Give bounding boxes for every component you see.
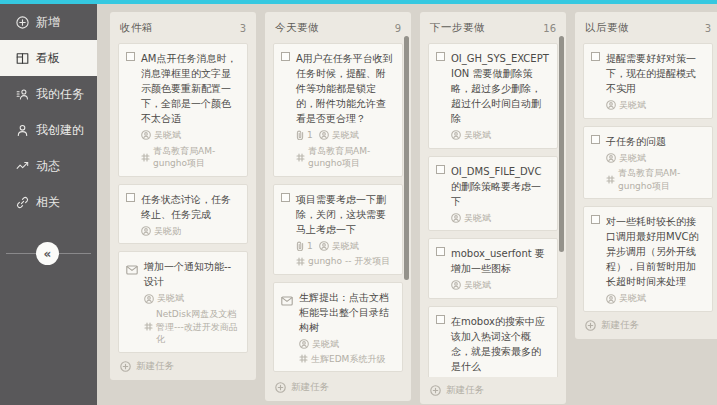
task-meta-row: gungho -- 开发项目 [296,255,395,268]
new-task-button[interactable]: 新建任务 [118,353,248,374]
project-tag: 青岛教育局AM-gungho项目 [308,145,395,170]
sidebar-item-my-tasks[interactable]: 我的任务 [0,76,97,112]
task-title: 生辉提出：点击文档柜能导出整个目录结构树 [299,290,395,335]
column-scrollbar[interactable] [404,36,409,280]
task-card[interactable]: mobox_userfont 要增加一些图标吴晓斌 [428,238,558,299]
tag-icon [296,153,305,162]
column-title: 下一步要做 [430,21,485,35]
assignee: 吴晓斌 [154,129,181,142]
task-checkbox[interactable] [126,51,135,170]
person-icon [16,124,29,137]
sidebar-item-activity[interactable]: 动态 [0,148,97,184]
new-task-label: 新建任务 [291,381,329,394]
column-task-count: 3 [705,23,711,34]
sidebar-item-label: 我的任务 [36,86,84,103]
task-card[interactable]: OI_GH_SYS_EXCEPTION 需要做删除策略，超过多少删除，超过什么时… [428,43,558,149]
project-tag: NetDisk网盘及文档管理---改进开发商品化 [156,308,240,346]
assignee: 吴晓斌 [619,99,646,112]
assignee: 吴晓斌 [464,129,491,142]
task-meta-row: 青岛教育局AM-gungho项目 [141,145,240,170]
task-meta-row: 吴晓勋 [141,225,240,238]
assignee: 吴晓斌 [464,279,491,292]
tag-icon [144,322,153,331]
task-card[interactable]: OI_DMS_FILE_DVC 的删除策略要考虑一下吴晓斌 [428,156,558,232]
task-card[interactable]: 在mobox的搜索中应该加入热词这个概念，就是搜索最多的是什么吴晓斌 [428,306,558,377]
column-title: 今天要做 [275,21,319,35]
task-checkbox[interactable] [436,314,445,377]
task-checkbox[interactable] [436,51,445,142]
project-tag: 青岛教育局AM-gungho项目 [618,167,705,192]
task-meta-row: NetDisk网盘及文档管理---改进开发商品化 [144,308,240,346]
kanban-board: 收件箱3AM点开任务消息时，消息弹框里的文字显示颜色要重新配置一下，全部是一个颜… [97,4,717,405]
link-icon [16,196,29,209]
task-checkbox[interactable] [591,51,600,112]
envelope-icon [126,259,138,345]
column-title: 以后要做 [585,21,629,35]
task-meta-row: 吴晓斌 [144,292,240,305]
task-title: 增加一个通知功能--设计 [144,259,240,289]
task-meta-row: 吴晓斌 [606,292,705,305]
task-checkbox[interactable] [126,192,135,238]
task-checkbox[interactable] [591,214,600,305]
task-title: OI_GH_SYS_EXCEPTION 需要做删除策略，超过多少删除，超过什么时… [451,51,550,126]
task-meta-row: 吴晓斌 [451,129,550,142]
person-small-icon [319,241,329,251]
task-title: AM点开任务消息时，消息弹框里的文字显示颜色要重新配置一下，全部是一个颜色不太合… [141,51,240,126]
task-card[interactable]: 对一些耗时较长的接口调用最好用MVC的异步调用（另外开线程），目前暂时用加长超时… [583,206,713,312]
task-meta-row: 吴晓斌生辉EDM系统升级 [299,338,395,365]
task-checkbox[interactable] [436,246,445,292]
collapse-toggle-button[interactable]: « [36,242,59,265]
sidebar-item-related[interactable]: 相关 [0,184,97,220]
sidebar-item-created[interactable]: 我创建的 [0,112,97,148]
attachment-count: 1 [307,240,313,253]
sidebar-item-new[interactable]: 新增 [0,4,97,40]
task-checkbox[interactable] [436,164,445,225]
sidebar-item-label: 看板 [36,50,60,67]
task-meta-row: 吴晓斌 [451,279,550,292]
assignee: 吴晓斌 [619,292,646,305]
task-meta-row: 吴晓斌 [606,152,705,165]
task-card[interactable]: AM点开任务消息时，消息弹框里的文字显示颜色要重新配置一下，全部是一个颜色不太合… [118,43,248,177]
task-meta-row: 青岛教育局AM-gungho项目 [296,145,395,170]
person-small-icon [451,280,461,290]
new-task-button[interactable]: 新建任务 [583,312,713,333]
card-list: AM点开任务消息时，消息弹框里的文字显示颜色要重新配置一下，全部是一个颜色不太合… [118,43,248,353]
column-header: 下一步要做16 [428,19,558,43]
assignee: 吴晓斌 [157,292,184,305]
assignee: 吴晓斌 [312,338,339,351]
sidebar-item-label: 新增 [36,14,60,31]
activity-icon [16,160,29,173]
column-scrollbar[interactable] [559,36,564,252]
sidebar-item-label: 相关 [36,194,60,211]
task-card[interactable]: 增加一个通知功能--设计吴晓斌NetDisk网盘及文档管理---改进开发商品化 [118,251,248,352]
column-task-count: 9 [395,23,401,34]
task-card[interactable]: A用户在任务平台收到任务时候，提醒、附件等功能都是锁定的，附件功能允许查看是否更… [273,43,403,177]
tag-icon [141,153,150,162]
task-card[interactable]: 提醒需要好好对策一下，现在的提醒模式不实用吴晓斌 [583,43,713,119]
tag-icon [299,354,308,363]
task-meta-row: 1吴晓斌 [296,129,395,142]
person-small-icon [144,294,154,304]
plus-circle-icon [120,361,131,372]
assignee: 吴晓勋 [154,225,181,238]
card-list: A用户在任务平台收到任务时候，提醒、附件等功能都是锁定的，附件功能允许查看是否更… [273,43,403,374]
task-checkbox[interactable] [591,134,600,193]
task-title: 提醒需要好好对策一下，现在的提醒模式不实用 [606,51,705,96]
top-accent-bar [0,0,717,4]
sidebar-item-label: 我创建的 [36,122,84,139]
column-task-count: 16 [543,23,556,34]
new-task-button[interactable]: 新建任务 [273,374,403,395]
task-card[interactable]: 子任务的问题吴晓斌青岛教育局AM-gungho项目 [583,126,713,200]
task-card[interactable]: 生辉提出：点击文档柜能导出整个目录结构树吴晓斌生辉EDM系统升级 [273,282,403,372]
task-checkbox[interactable] [281,192,290,268]
project-tag: 青岛教育局AM-gungho项目 [153,145,240,170]
task-title: mobox_userfont 要增加一些图标 [451,246,550,276]
task-card[interactable]: 项目需要考虑一下删除，关闭，这块需要马上考虑一下1吴晓斌gungho -- 开发… [273,184,403,275]
new-task-button[interactable]: 新建任务 [428,377,558,398]
task-title: 子任务的问题 [606,134,705,149]
task-card[interactable]: 任务状态讨论，任务终止、任务完成吴晓勋 [118,184,248,245]
person-small-icon [141,130,151,140]
sidebar-item-board[interactable]: 看板 [0,40,97,76]
envelope-icon [281,290,293,365]
task-checkbox[interactable] [281,51,290,170]
